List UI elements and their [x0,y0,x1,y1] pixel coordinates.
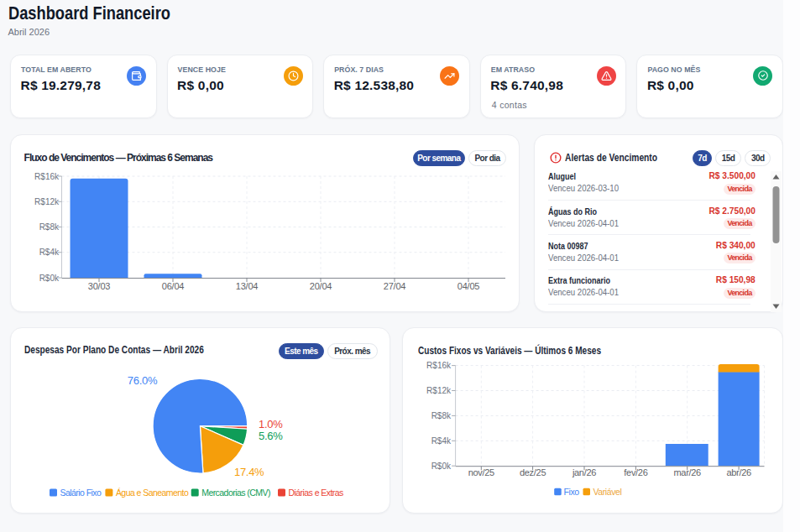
svg-text:R$0k: R$0k [431,462,452,471]
svg-text:1.0%: 1.0% [259,418,283,430]
svg-text:Diárias e Extras: Diárias e Extras [289,488,344,498]
svg-text:dez/25: dez/25 [520,467,546,477]
svg-text:nov/25: nov/25 [468,467,494,477]
svg-text:13/04: 13/04 [236,281,259,291]
svg-text:17.4%: 17.4% [234,466,264,478]
svg-text:R$0k: R$0k [39,274,60,283]
svg-text:20/04: 20/04 [310,281,332,291]
svg-text:fev/26: fev/26 [624,467,647,477]
svg-text:R$16k: R$16k [34,172,60,181]
svg-text:R$4k: R$4k [431,436,452,446]
svg-text:jan/26: jan/26 [572,467,596,477]
svg-text:Água e Saneamento: Água e Saneamento [116,488,189,498]
svg-text:76.0%: 76.0% [128,374,158,387]
svg-text:R$16k: R$16k [426,361,452,370]
svg-text:Fixo: Fixo [564,487,580,497]
svg-text:04/05: 04/05 [458,281,480,291]
svg-text:06/04: 06/04 [162,281,185,291]
svg-text:mar/26: mar/26 [673,467,701,477]
svg-text:abr/26: abr/26 [726,467,751,477]
svg-text:Salário Fixo: Salário Fixo [60,488,102,498]
svg-text:R$12k: R$12k [34,197,60,206]
svg-text:27/04: 27/04 [384,281,406,291]
svg-text:Mercadorias (CMV): Mercadorias (CMV) [201,488,270,498]
svg-text:R$8k: R$8k [431,411,452,420]
svg-text:R$4k: R$4k [39,248,60,257]
svg-text:R$12k: R$12k [426,386,452,395]
svg-text:30/03: 30/03 [88,281,111,291]
svg-text:Variável: Variável [593,487,622,497]
svg-text:5.6%: 5.6% [259,430,283,442]
svg-text:R$8k: R$8k [39,222,60,232]
